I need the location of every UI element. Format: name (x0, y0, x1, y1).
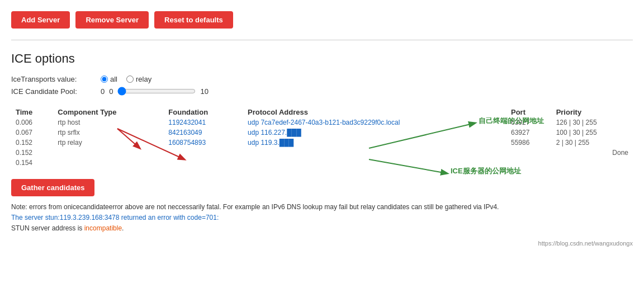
cell-protocol-address (243, 158, 506, 168)
footer-url-text: https://blog.csdn.net/wangxudongx (538, 240, 633, 247)
col-component-type: Component Type (53, 107, 164, 117)
cell-priority (552, 158, 633, 168)
note-line3-highlight: incompatible (84, 224, 122, 232)
ice-transports-radio-group: all relay (101, 75, 633, 83)
col-time: Time (11, 107, 53, 117)
cell-component-type: rtp host (53, 117, 164, 128)
note-line2: The server stun:119.3.239.168:3478 retur… (11, 213, 514, 223)
pool-max-value: 10 (200, 87, 208, 96)
cell-foundation: 1192432041 (164, 117, 243, 128)
cell-port (506, 158, 552, 168)
pool-min-value: 0 (101, 87, 105, 96)
note-line3: STUN server address is incompatible. (11, 223, 514, 234)
cell-foundation (164, 158, 243, 168)
cell-port: 63927 (506, 117, 552, 128)
col-priority: Priority (552, 107, 633, 117)
gather-section: Gather candidates (11, 179, 633, 196)
col-foundation: Foundation (164, 107, 243, 117)
reset-defaults-button[interactable]: Reset to defaults (154, 11, 233, 29)
cell-component-type: rtp srflx (53, 128, 164, 138)
cell-foundation: 842163049 (164, 128, 243, 138)
remove-server-button[interactable]: Remove Server (75, 11, 149, 29)
cell-priority: 100 | 30 | 255 (552, 128, 633, 138)
section-title: ICE options (11, 51, 633, 66)
cell-protocol-address (243, 148, 506, 158)
table-row: 0.067rtp srflx842163049udp 116.227.███63… (11, 128, 633, 138)
cell-protocol-address: udp 7ca7edef-2467-40a3-b121-bad3c9229f0c… (243, 117, 506, 128)
radio-relay-label[interactable]: relay (126, 75, 151, 83)
radio-relay-text: relay (136, 75, 151, 83)
cell-port: 63927 (506, 128, 552, 138)
radio-relay[interactable] (126, 76, 134, 83)
cell-port: 55986 (506, 138, 552, 148)
cell-protocol-address: udp 119.3.███ (243, 138, 506, 148)
cell-priority: 126 | 30 | 255 (552, 117, 633, 128)
cell-time: 0.152 (11, 148, 53, 158)
cell-time: 0.154 (11, 158, 53, 168)
ice-candidate-pool-row: 0 0 10 (101, 87, 633, 96)
table-row: 0.154 (11, 158, 633, 168)
add-server-button[interactable]: Add Server (11, 11, 70, 29)
candidates-table: Time Component Type Foundation Protocol … (11, 107, 633, 168)
table-row: 0.152rtp relay1608754893udp 119.3.███559… (11, 138, 633, 148)
cell-time: 0.006 (11, 117, 53, 128)
notes-section: Note: errors from onicecandidateerror ab… (11, 202, 514, 234)
divider (11, 40, 633, 40)
col-port: Port (506, 107, 552, 117)
cell-port (506, 148, 552, 158)
gather-candidates-button[interactable]: Gather candidates (11, 179, 94, 196)
pool-slider[interactable] (117, 87, 196, 96)
toolbar: Add Server Remove Server Reset to defaul… (11, 11, 633, 29)
cell-component-type (53, 158, 164, 168)
note-line1: Note: errors from onicecandidateerror ab… (11, 202, 514, 213)
cell-priority: Done (552, 148, 633, 158)
cell-foundation (164, 148, 243, 158)
cell-protocol-address: udp 116.227.███ (243, 128, 506, 138)
cell-time: 0.067 (11, 128, 53, 138)
radio-all-label[interactable]: all (101, 75, 117, 83)
cell-component-type: rtp relay (53, 138, 164, 148)
note-line3-prefix: STUN server address is (11, 224, 84, 232)
ice-candidate-pool-label: ICE Candidate Pool: (11, 87, 101, 96)
pool-current-value: 0 (109, 87, 113, 96)
col-protocol-address: Protocol Address (243, 107, 506, 117)
table-row: 0.006rtp host1192432041udp 7ca7edef-2467… (11, 117, 633, 128)
candidates-section: Time Component Type Foundation Protocol … (11, 107, 633, 179)
cell-foundation: 1608754893 (164, 138, 243, 148)
cell-priority: 2 | 30 | 255 (552, 138, 633, 148)
table-row: 0.152Done (11, 148, 633, 158)
radio-all[interactable] (101, 76, 108, 83)
cell-component-type (53, 148, 164, 158)
ice-transports-label: IceTransports value: (11, 75, 101, 83)
ice-options-form: IceTransports value: all relay ICE Candi… (11, 75, 633, 96)
footer: https://blog.csdn.net/wangxudongx (11, 240, 633, 247)
cell-time: 0.152 (11, 138, 53, 148)
note-line3-suffix: . (122, 224, 124, 232)
radio-all-text: all (110, 75, 117, 83)
